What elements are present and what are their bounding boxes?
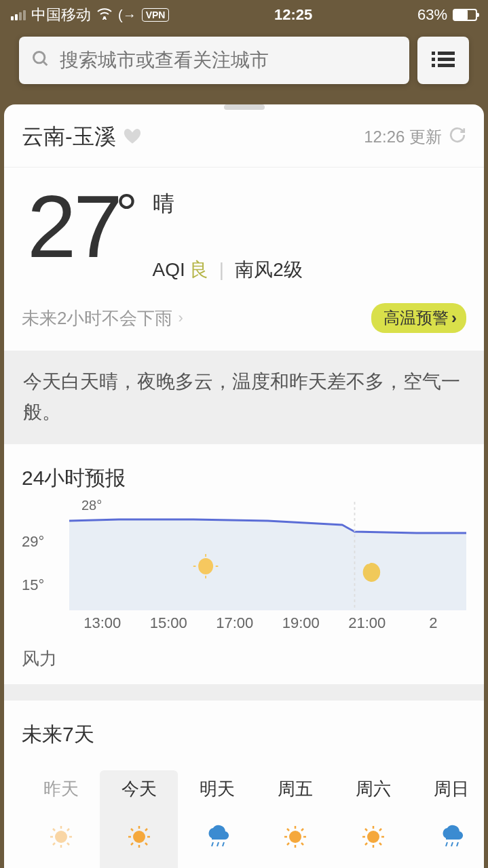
day-label: 周五: [256, 777, 334, 801]
x-axis-label: 2: [400, 614, 467, 632]
hourly-title: 24小时预报: [22, 465, 466, 492]
drag-handle[interactable]: [224, 104, 265, 110]
search-input[interactable]: [60, 50, 397, 71]
svg-point-36: [289, 831, 301, 843]
wind-row-label: 风力: [22, 647, 466, 671]
svg-line-51: [379, 843, 381, 845]
carrier-label: 中国移动: [31, 5, 91, 25]
day-column[interactable]: 今天30°: [100, 770, 178, 868]
svg-point-0: [103, 16, 106, 19]
hourly-chart[interactable]: 28° 29° 15° 13:0015:0017:0019:0021:002: [22, 502, 466, 644]
day-column[interactable]: 周六32°: [334, 770, 412, 868]
weekly-forecast[interactable]: 昨天30°今天30°明天30°周五31°周六32°周日34°: [22, 758, 466, 868]
day-column[interactable]: 昨天30°: [22, 770, 100, 868]
rain-forecast-link[interactable]: 未来2小时不会下雨 ›: [22, 307, 183, 330]
day-column[interactable]: 周日34°: [412, 770, 466, 868]
svg-point-24: [133, 831, 145, 843]
rain-icon: [178, 821, 256, 852]
x-axis-label: 17:00: [202, 614, 268, 632]
aqi-label: AQI: [153, 259, 185, 281]
svg-rect-5: [432, 58, 435, 61]
x-axis-label: 13:00: [69, 614, 136, 632]
svg-line-44: [287, 843, 289, 845]
svg-line-54: [446, 842, 447, 846]
signal-icon: [11, 10, 26, 20]
svg-line-29: [131, 829, 133, 831]
day-label: 周日: [412, 777, 466, 801]
sun-icon: [100, 821, 178, 852]
x-axis-label: 19:00: [268, 614, 335, 632]
svg-line-30: [145, 843, 147, 845]
chevron-right-icon: ›: [451, 309, 457, 328]
hotspot-icon: (→: [118, 7, 136, 23]
status-bar: 中国移动 (→ VPN 12:25 63%: [0, 0, 488, 30]
svg-line-34: [217, 842, 219, 846]
weekly-title: 未来7天: [22, 721, 466, 749]
wifi-icon: [96, 6, 113, 24]
battery-icon: [453, 9, 477, 21]
svg-line-31: [145, 829, 147, 831]
clock: 12:25: [274, 6, 312, 24]
svg-line-35: [223, 842, 224, 846]
svg-line-41: [287, 829, 289, 831]
svg-point-10: [198, 558, 213, 574]
search-input-container[interactable]: [19, 37, 409, 84]
svg-point-1: [34, 52, 45, 63]
x-axis-label: 15:00: [136, 614, 202, 632]
svg-line-33: [212, 842, 213, 846]
rain-icon: [412, 821, 466, 852]
wind-text: 南风2级: [235, 257, 303, 283]
updated-label: 12:26 更新: [364, 126, 442, 148]
weather-card: 云南-玉溪 12:26 更新 27° 晴 AQI 良 | 南风2级: [4, 104, 484, 868]
day-label: 周六: [334, 777, 412, 801]
svg-line-50: [365, 829, 367, 831]
summary-text: 今天白天晴，夜晚多云，温度和昨天差不多，空气一般。: [4, 351, 484, 444]
heat-alert-button[interactable]: 高温预警 ›: [371, 303, 466, 333]
svg-rect-4: [438, 52, 455, 55]
svg-line-42: [301, 843, 303, 845]
sun-icon: [22, 821, 100, 852]
city-list-button[interactable]: [417, 37, 469, 84]
search-icon: [31, 50, 50, 71]
svg-line-23: [53, 843, 55, 845]
day-label: 今天: [100, 777, 178, 801]
aqi-row[interactable]: AQI 良 | 南风2级: [153, 257, 303, 283]
location-name: 云南-玉溪: [22, 122, 116, 152]
x-axis-label: 21:00: [334, 614, 400, 632]
svg-line-56: [457, 842, 458, 846]
chevron-right-icon: ›: [178, 309, 183, 327]
condition-text: 晴: [153, 189, 303, 219]
svg-line-21: [67, 843, 69, 845]
day-column[interactable]: 周五31°: [256, 770, 334, 868]
y-axis-low: 15°: [22, 576, 44, 594]
svg-rect-8: [438, 64, 455, 67]
svg-rect-6: [438, 58, 455, 61]
current-temp: 27°: [27, 182, 138, 283]
sun-icon: [334, 821, 412, 852]
battery-pct: 63%: [417, 6, 447, 24]
day-label: 明天: [178, 777, 256, 801]
day-column[interactable]: 明天30°: [178, 770, 256, 868]
svg-line-43: [301, 829, 303, 831]
svg-line-55: [451, 842, 453, 846]
sun-icon: [256, 821, 334, 852]
svg-line-52: [379, 829, 381, 831]
vpn-badge: VPN: [142, 8, 170, 22]
svg-line-20: [53, 829, 55, 831]
y-axis-high: 29°: [22, 533, 44, 551]
svg-line-32: [131, 843, 133, 845]
svg-line-2: [43, 62, 48, 66]
favorite-icon[interactable]: [123, 127, 142, 147]
svg-rect-7: [432, 64, 435, 67]
svg-rect-3: [432, 52, 435, 55]
svg-line-22: [67, 829, 69, 831]
day-label: 昨天: [22, 777, 100, 801]
svg-point-15: [55, 831, 67, 843]
aqi-value: 良: [189, 257, 208, 283]
refresh-icon[interactable]: [449, 126, 466, 148]
svg-line-53: [365, 843, 367, 845]
list-icon: [432, 50, 455, 71]
svg-point-45: [367, 831, 379, 843]
